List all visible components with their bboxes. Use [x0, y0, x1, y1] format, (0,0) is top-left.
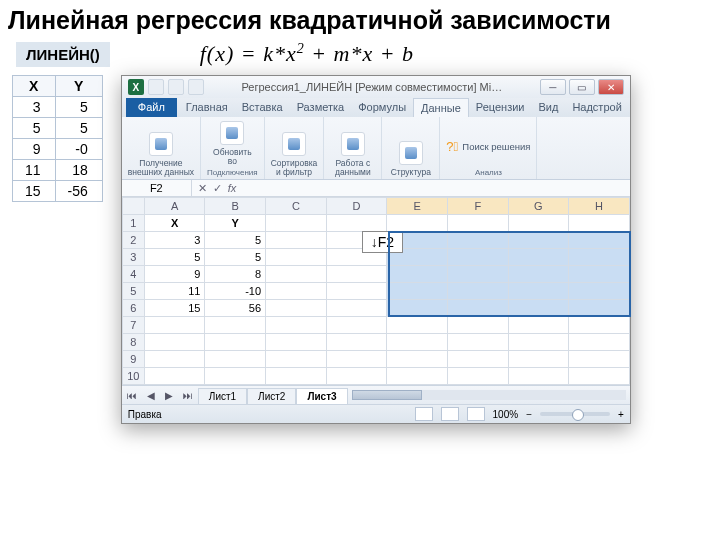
cell-A8[interactable] [144, 334, 205, 351]
cell-E5[interactable] [387, 283, 448, 300]
cell-H1[interactable] [569, 215, 630, 232]
cell-C6[interactable] [266, 300, 327, 317]
cell-B7[interactable] [205, 317, 266, 334]
ribbon-group-connections[interactable]: Обновить во Подключения [201, 117, 265, 179]
qat-save-icon[interactable] [148, 79, 164, 95]
cell-H6[interactable] [569, 300, 630, 317]
cell-G5[interactable] [508, 283, 569, 300]
cell-H8[interactable] [569, 334, 630, 351]
cell-H4[interactable] [569, 266, 630, 283]
cell-G1[interactable] [508, 215, 569, 232]
cell-C4[interactable] [266, 266, 327, 283]
row-header[interactable]: 2 [122, 232, 144, 249]
cell-E1[interactable] [387, 215, 448, 232]
cell-C9[interactable] [266, 351, 327, 368]
row-header[interactable]: 5 [122, 283, 144, 300]
cell-F5[interactable] [447, 283, 508, 300]
ribbon-tab-главная[interactable]: Главная [179, 98, 235, 117]
cell-E7[interactable] [387, 317, 448, 334]
cell-A9[interactable] [144, 351, 205, 368]
cell-B3[interactable]: 5 [205, 249, 266, 266]
sheet-nav-last[interactable]: ⏭ [178, 388, 198, 403]
ribbon-group-solver[interactable]: ?⃝ Поиск решения Анализ [440, 117, 537, 179]
cell-D1[interactable] [326, 215, 387, 232]
cell-G9[interactable] [508, 351, 569, 368]
cell-H7[interactable] [569, 317, 630, 334]
cell-B5[interactable]: -10 [205, 283, 266, 300]
zoom-slider[interactable] [540, 412, 610, 416]
cell-G8[interactable] [508, 334, 569, 351]
cell-A6[interactable]: 15 [144, 300, 205, 317]
row-header[interactable]: 8 [122, 334, 144, 351]
cell-H5[interactable] [569, 283, 630, 300]
cell-F10[interactable] [447, 368, 508, 385]
zoom-in-icon[interactable]: + [618, 409, 624, 420]
cell-G4[interactable] [508, 266, 569, 283]
worksheet-area[interactable]: ABCDEFGH 1XY235355498511-106155678910 ↓F… [122, 197, 630, 385]
cell-C7[interactable] [266, 317, 327, 334]
cell-E10[interactable] [387, 368, 448, 385]
row-header[interactable]: 9 [122, 351, 144, 368]
cell-F3[interactable] [447, 249, 508, 266]
cell-F7[interactable] [447, 317, 508, 334]
cell-E4[interactable] [387, 266, 448, 283]
cell-D7[interactable] [326, 317, 387, 334]
cell-A2[interactable]: 3 [144, 232, 205, 249]
formula-bar[interactable] [242, 186, 629, 190]
cell-B10[interactable] [205, 368, 266, 385]
view-layout-icon[interactable] [441, 407, 459, 421]
cell-D6[interactable] [326, 300, 387, 317]
cell-B6[interactable]: 56 [205, 300, 266, 317]
ribbon-tab-вставка[interactable]: Вставка [235, 98, 290, 117]
cell-F2[interactable] [447, 232, 508, 249]
sheet-nav-next[interactable]: ▶ [160, 388, 178, 403]
col-header-D[interactable]: D [326, 198, 387, 215]
cell-B8[interactable] [205, 334, 266, 351]
cell-A4[interactable]: 9 [144, 266, 205, 283]
cell-G7[interactable] [508, 317, 569, 334]
ribbon-tab-рецензии[interactable]: Рецензии [469, 98, 532, 117]
accept-formula-icon[interactable]: ✓ [213, 182, 222, 195]
sheet-nav-prev[interactable]: ◀ [142, 388, 160, 403]
col-header-A[interactable]: A [144, 198, 205, 215]
cell-G3[interactable] [508, 249, 569, 266]
cell-C3[interactable] [266, 249, 327, 266]
cell-E6[interactable] [387, 300, 448, 317]
view-pagebreak-icon[interactable] [467, 407, 485, 421]
row-header[interactable]: 6 [122, 300, 144, 317]
col-header-C[interactable]: C [266, 198, 327, 215]
view-normal-icon[interactable] [415, 407, 433, 421]
row-header[interactable]: 1 [122, 215, 144, 232]
cell-F8[interactable] [447, 334, 508, 351]
cell-C5[interactable] [266, 283, 327, 300]
cell-D4[interactable] [326, 266, 387, 283]
cell-H3[interactable] [569, 249, 630, 266]
close-button[interactable]: ✕ [598, 79, 624, 95]
cell-G10[interactable] [508, 368, 569, 385]
cell-D5[interactable] [326, 283, 387, 300]
cell-C10[interactable] [266, 368, 327, 385]
zoom-out-icon[interactable]: − [526, 409, 532, 420]
cell-F6[interactable] [447, 300, 508, 317]
sheet-tab-Лист1[interactable]: Лист1 [198, 388, 247, 404]
ribbon-group-external-data[interactable]: Получение внешних данных [122, 117, 201, 179]
col-header-E[interactable]: E [387, 198, 448, 215]
cell-A1[interactable]: X [144, 215, 205, 232]
ribbon-tab-разметка[interactable]: Разметка [290, 98, 352, 117]
row-header[interactable]: 10 [122, 368, 144, 385]
ribbon-tab-надстрой[interactable]: Надстрой [565, 98, 628, 117]
cell-A7[interactable] [144, 317, 205, 334]
cell-C8[interactable] [266, 334, 327, 351]
ribbon-tab-вид[interactable]: Вид [531, 98, 565, 117]
ribbon-tab-формулы[interactable]: Формулы [351, 98, 413, 117]
row-header[interactable]: 4 [122, 266, 144, 283]
col-header-H[interactable]: H [569, 198, 630, 215]
cell-D8[interactable] [326, 334, 387, 351]
cell-H9[interactable] [569, 351, 630, 368]
ribbon-tab-данные[interactable]: Данные [413, 98, 469, 117]
cell-D9[interactable] [326, 351, 387, 368]
sheet-nav-first[interactable]: ⏮ [122, 388, 142, 403]
file-tab[interactable]: Файл [126, 98, 177, 117]
ribbon-group-data-tools[interactable]: Работа с данными [324, 117, 382, 179]
cell-G6[interactable] [508, 300, 569, 317]
